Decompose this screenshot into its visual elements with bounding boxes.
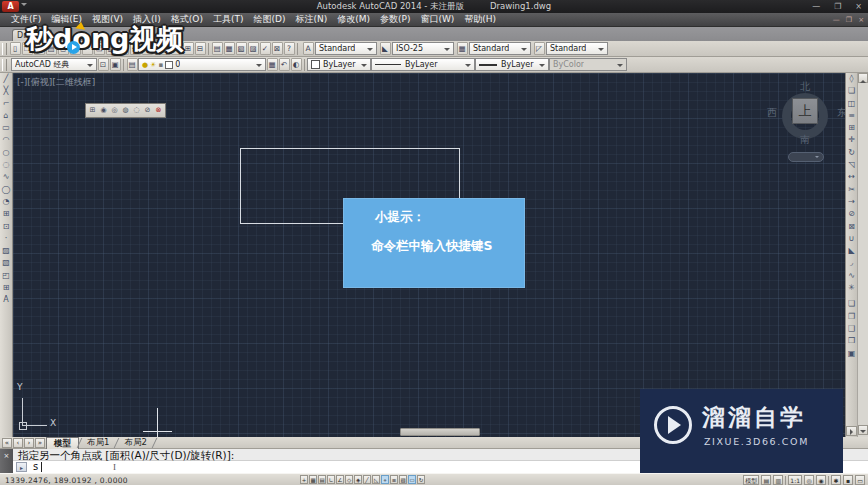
gradient-icon[interactable]: ▧ bbox=[0, 257, 12, 269]
viewcube-west-label[interactable]: 西 bbox=[764, 106, 780, 120]
maximize-button[interactable]: ❐ bbox=[834, 0, 841, 13]
menu-modify[interactable]: 修改(M) bbox=[332, 13, 375, 26]
table-icon[interactable]: ⊞ bbox=[0, 282, 12, 294]
viewcube-south-label[interactable]: 南 bbox=[797, 133, 813, 147]
properties-palette-icon[interactable]: ▤ bbox=[212, 42, 223, 55]
mtext-icon[interactable]: A bbox=[0, 294, 12, 306]
toolbar-lock-icon[interactable]: ▪ bbox=[843, 475, 853, 485]
tab-nav-first[interactable]: « bbox=[2, 438, 12, 448]
blend-icon[interactable]: ∿ bbox=[846, 270, 857, 282]
menu-parametric[interactable]: 参数(P) bbox=[375, 13, 415, 26]
markup-icon[interactable]: ✓ bbox=[260, 42, 271, 55]
toolbar-grip[interactable] bbox=[2, 43, 7, 55]
viewcube-east-label[interactable]: 东 bbox=[834, 106, 845, 120]
model-space-icon[interactable]: ▤ bbox=[761, 475, 771, 485]
toolbar-grip[interactable] bbox=[2, 59, 7, 71]
bring-to-front-icon[interactable]: ❏ bbox=[846, 298, 857, 310]
rectangle-icon[interactable]: ▭ bbox=[0, 122, 12, 134]
ellipse-arc-icon[interactable]: ◔ bbox=[0, 196, 12, 208]
hatch-icon[interactable]: ▨ bbox=[0, 245, 12, 257]
command-input-text[interactable]: s bbox=[33, 461, 38, 473]
join-icon[interactable]: ∪ bbox=[846, 233, 857, 245]
tab-layout1[interactable]: 布局1 bbox=[80, 437, 116, 448]
rotate-icon[interactable]: ↻ bbox=[846, 147, 857, 159]
offset-icon[interactable]: ≡ bbox=[846, 110, 857, 122]
show-transparency-toggle[interactable]: ▨ bbox=[399, 475, 407, 484]
spline-icon[interactable]: ∿ bbox=[0, 171, 12, 183]
tab-layout2[interactable]: 布局2 bbox=[117, 437, 153, 448]
send-to-back-icon[interactable]: ❐ bbox=[846, 311, 857, 323]
object-snap-tracking-toggle[interactable]: ╱ bbox=[363, 475, 371, 484]
fillet-icon[interactable]: ◞ bbox=[846, 257, 857, 269]
mini-toolbar-icon-2[interactable]: ◉ bbox=[98, 105, 109, 116]
mini-toolbar-icon-7[interactable]: ⊗ bbox=[153, 105, 164, 116]
zoom-window-icon[interactable]: ⊞ bbox=[183, 42, 194, 55]
command-close-icon[interactable]: × bbox=[4, 452, 10, 460]
close-button[interactable]: × bbox=[855, 0, 862, 13]
clean-screen-icon[interactable]: ▭ bbox=[855, 475, 865, 485]
snap-mode-toggle[interactable]: ▦ bbox=[309, 475, 317, 484]
chamfer-icon[interactable]: ◣ bbox=[846, 245, 857, 257]
polar-tracking-toggle[interactable]: ∠ bbox=[336, 475, 344, 484]
layer-isolate-icon[interactable]: ◐ bbox=[291, 58, 302, 71]
point-icon[interactable]: · bbox=[0, 233, 12, 245]
bring-above-icon[interactable]: ❑ bbox=[846, 323, 857, 335]
menu-help[interactable]: 帮助(H) bbox=[459, 13, 501, 26]
model-space-button[interactable]: 模型 bbox=[743, 475, 759, 485]
tab-nav-next[interactable]: › bbox=[24, 438, 34, 448]
layer-previous-icon[interactable]: ↶ bbox=[279, 58, 290, 71]
viewport-label[interactable]: [-][俯视][二维线框] bbox=[17, 76, 95, 89]
infer-constraints-toggle[interactable]: + bbox=[300, 475, 308, 484]
grid-display-toggle[interactable]: ▤ bbox=[318, 475, 326, 484]
linetype-dropdown[interactable]: ByLayer bbox=[371, 58, 475, 71]
layer-states-icon[interactable]: ▦ bbox=[267, 58, 278, 71]
tab-nav-last[interactable]: » bbox=[35, 438, 45, 448]
mdi-minimize-button[interactable]: — bbox=[833, 14, 840, 26]
copy-icon[interactable]: ❏ bbox=[846, 85, 857, 97]
viewcube-wcs-dropdown[interactable] bbox=[788, 152, 824, 162]
quickcalc-icon[interactable]: ⊠ bbox=[272, 42, 283, 55]
tab-nav-prev[interactable]: ‹ bbox=[13, 438, 23, 448]
scroll-right-button[interactable] bbox=[846, 426, 857, 436]
break-at-point-icon[interactable]: ⊘ bbox=[846, 208, 857, 220]
quick-properties-toggle[interactable]: ▭ bbox=[408, 475, 416, 484]
mini-toolbar-icon-1[interactable]: ⊞ bbox=[87, 105, 98, 116]
lineweight-dropdown[interactable]: ByLayer bbox=[475, 58, 549, 71]
scroll-up-button[interactable] bbox=[858, 73, 868, 83]
line-icon[interactable]: ╱ bbox=[0, 73, 12, 85]
array-icon[interactable]: ⊞ bbox=[846, 122, 857, 134]
construction-line-icon[interactable]: ╳ bbox=[0, 85, 12, 97]
region-icon[interactable]: ◰ bbox=[0, 270, 12, 282]
menu-draw[interactable]: 绘图(D) bbox=[248, 13, 290, 26]
3d-object-snap-toggle[interactable]: ◈ bbox=[354, 475, 362, 484]
drawing-canvas[interactable]: [-][俯视][二维线框] ⊞◉◎◍◌⊘⊗ 小提示： 命令栏中输入快捷键S 上 … bbox=[13, 73, 845, 437]
quick-view-layouts-icon[interactable]: ▥ bbox=[773, 475, 783, 485]
show-lineweight-toggle[interactable]: ≡ bbox=[390, 475, 398, 484]
dynamic-ucs-toggle[interactable]: ◺ bbox=[372, 475, 380, 484]
annotation-visibility-icon[interactable]: ◎ bbox=[804, 475, 814, 485]
mdi-close-button[interactable]: × bbox=[858, 14, 864, 26]
annotation-autoscale-icon[interactable]: ◉ bbox=[816, 475, 826, 485]
object-color-dropdown[interactable]: ByLayer bbox=[307, 58, 371, 71]
menu-tools[interactable]: 工具(T) bbox=[208, 13, 249, 26]
vertical-scrollbar[interactable] bbox=[857, 73, 868, 437]
mini-toolbar-icon-3[interactable]: ◎ bbox=[109, 105, 120, 116]
zoom-previous-icon[interactable]: ⊟ bbox=[195, 42, 206, 55]
viewcube-top-face[interactable]: 上 bbox=[792, 98, 818, 124]
selection-cycling-toggle[interactable]: ↻ bbox=[417, 475, 425, 484]
move-icon[interactable]: ✛ bbox=[846, 134, 857, 146]
extend-icon[interactable]: → bbox=[846, 196, 857, 208]
horizontal-scrollbar-thumb[interactable] bbox=[400, 428, 480, 436]
annotation-scale-button[interactable]: 1:1 bbox=[788, 475, 802, 485]
stretch-icon[interactable]: ↔ bbox=[846, 171, 857, 183]
polygon-icon[interactable]: ⌂ bbox=[0, 110, 12, 122]
arc-icon[interactable]: ◠ bbox=[0, 134, 12, 146]
layer-dropdown[interactable]: ●☀▪ 0 bbox=[138, 58, 266, 71]
ortho-mode-toggle[interactable]: ∟ bbox=[327, 475, 335, 484]
tab-model[interactable]: 模型 bbox=[46, 437, 79, 449]
mini-toolbar-icon-6[interactable]: ⊘ bbox=[142, 105, 153, 116]
workspace-save-icon[interactable]: ▣ bbox=[110, 58, 121, 71]
tool-palettes-icon[interactable]: ▧ bbox=[236, 42, 247, 55]
layer-properties-manager-icon[interactable]: ▤ bbox=[127, 58, 138, 71]
viewcube-north-label[interactable]: 北 bbox=[797, 80, 813, 94]
